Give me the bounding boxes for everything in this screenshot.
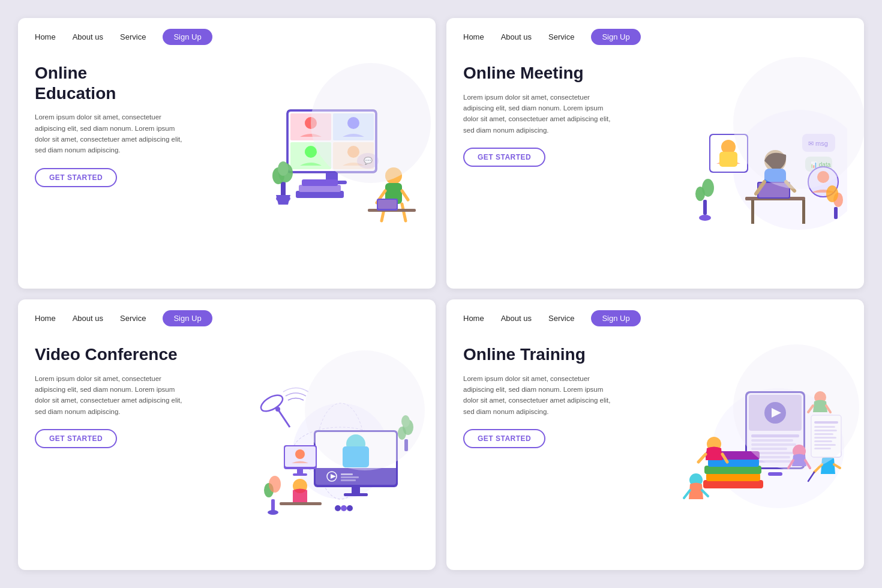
card-online-meeting: Home About us Service Sign Up Online Mee… — [446, 18, 864, 289]
card-body-conference: Video Conference Lorem ipsum dolor sit a… — [18, 332, 436, 570]
nav-home-1[interactable]: Home — [35, 32, 56, 41]
nav-home-3[interactable]: Home — [35, 314, 56, 323]
svg-point-89 — [341, 505, 347, 511]
nav-signup-2[interactable]: Sign Up — [591, 29, 640, 45]
card-title-training: Online Training — [463, 344, 655, 365]
svg-point-52 — [702, 179, 714, 197]
nav-about-2[interactable]: About us — [501, 32, 532, 41]
nav-service-1[interactable]: Service — [120, 32, 146, 41]
btn-get-started-education[interactable]: GET STARTED — [35, 168, 117, 187]
svg-rect-14 — [302, 179, 338, 186]
svg-rect-44 — [719, 152, 737, 167]
svg-point-88 — [347, 505, 353, 511]
svg-rect-79 — [280, 502, 322, 505]
svg-line-114 — [698, 454, 706, 462]
card-title-meeting: Online Meeting — [463, 63, 655, 83]
svg-rect-53 — [703, 200, 707, 215]
card-title-conference: Video Conference — [35, 344, 227, 365]
card-body-meeting: Online Meeting Lorem ipsum dolor sit ame… — [446, 51, 864, 289]
card-text-training: Online Training Lorem ipsum dolor sit am… — [463, 338, 655, 558]
card-title-education: OnlineEducation — [35, 63, 227, 103]
nav-signup-4[interactable]: Sign Up — [591, 310, 640, 326]
svg-point-86 — [268, 510, 278, 515]
svg-rect-35 — [751, 200, 754, 224]
svg-point-56 — [826, 185, 838, 202]
svg-point-75 — [295, 449, 305, 459]
card-text-education: OnlineEducation Lorem ipsum dolor sit am… — [35, 57, 227, 277]
svg-rect-107 — [768, 472, 782, 476]
card-text-meeting: Online Meeting Lorem ipsum dolor sit ame… — [463, 57, 655, 277]
nav-education: Home About us Service Sign Up — [18, 18, 436, 51]
nav-about-4[interactable]: About us — [501, 314, 532, 323]
svg-line-23 — [402, 191, 408, 200]
nav-signup-3[interactable]: Sign Up — [163, 310, 212, 326]
card-video-conference: Home About us Service Sign Up Video Conf… — [18, 299, 436, 570]
svg-rect-72 — [344, 493, 368, 496]
nav-signup-1[interactable]: Sign Up — [163, 29, 212, 45]
svg-point-54 — [699, 215, 711, 221]
svg-rect-28 — [378, 200, 397, 209]
nav-service-4[interactable]: Service — [548, 314, 574, 323]
illus-conference — [227, 338, 419, 558]
main-grid: Home About us Service Sign Up OnlineEduc… — [0, 0, 882, 588]
svg-rect-70 — [341, 479, 356, 481]
btn-get-started-conference[interactable]: GET STARTED — [35, 429, 117, 448]
svg-rect-36 — [802, 200, 805, 224]
svg-line-25 — [402, 204, 406, 221]
card-online-education: Home About us Service Sign Up OnlineEduc… — [18, 18, 436, 289]
svg-rect-69 — [341, 476, 359, 478]
svg-rect-85 — [271, 499, 275, 511]
card-desc-meeting: Lorem ipsum dolor sit amet, consectetuer… — [463, 92, 619, 136]
card-body-education: OnlineEducation Lorem ipsum dolor sit am… — [18, 51, 436, 289]
nav-about-1[interactable]: About us — [73, 32, 103, 41]
card-desc-training: Lorem ipsum dolor sit amet, consectetuer… — [463, 373, 619, 418]
svg-point-82 — [275, 407, 280, 412]
svg-rect-57 — [834, 207, 838, 219]
card-desc-education: Lorem ipsum dolor sit amet, consectetuer… — [35, 112, 191, 156]
illus-meeting: ✉ msg 📊 data — [655, 57, 847, 277]
svg-point-18 — [278, 161, 289, 176]
nav-training: Home About us Service Sign Up — [446, 299, 864, 332]
illus-training — [655, 338, 847, 558]
svg-point-8 — [305, 146, 317, 158]
svg-rect-110 — [704, 466, 761, 474]
svg-point-81 — [259, 392, 286, 414]
svg-rect-109 — [706, 473, 760, 481]
card-text-conference: Video Conference Lorem ipsum dolor sit a… — [35, 338, 227, 558]
nav-conference: Home About us Service Sign Up — [18, 299, 436, 332]
card-body-training: Online Training Lorem ipsum dolor sit am… — [446, 332, 864, 570]
svg-line-80 — [278, 409, 290, 427]
svg-point-87 — [335, 505, 341, 511]
svg-rect-68 — [341, 473, 353, 475]
card-desc-conference: Lorem ipsum dolor sit amet, consectetuer… — [35, 373, 191, 418]
nav-about-3[interactable]: About us — [73, 314, 103, 323]
svg-rect-108 — [703, 480, 763, 488]
svg-rect-76 — [297, 469, 303, 474]
illus-education: 💬 — [227, 57, 419, 277]
nav-service-3[interactable]: Service — [120, 314, 146, 323]
nav-home-2[interactable]: Home — [463, 32, 484, 41]
svg-point-84 — [269, 476, 281, 493]
card-online-training: Home About us Service Sign Up Online Tra… — [446, 299, 864, 570]
nav-service-2[interactable]: Service — [548, 32, 574, 41]
svg-line-125 — [702, 490, 708, 496]
btn-get-started-meeting[interactable]: GET STARTED — [463, 148, 545, 167]
nav-home-4[interactable]: Home — [463, 314, 484, 323]
svg-rect-77 — [293, 473, 307, 476]
nav-meeting: Home About us Service Sign Up — [446, 18, 864, 51]
btn-get-started-training[interactable]: GET STARTED — [463, 429, 545, 448]
